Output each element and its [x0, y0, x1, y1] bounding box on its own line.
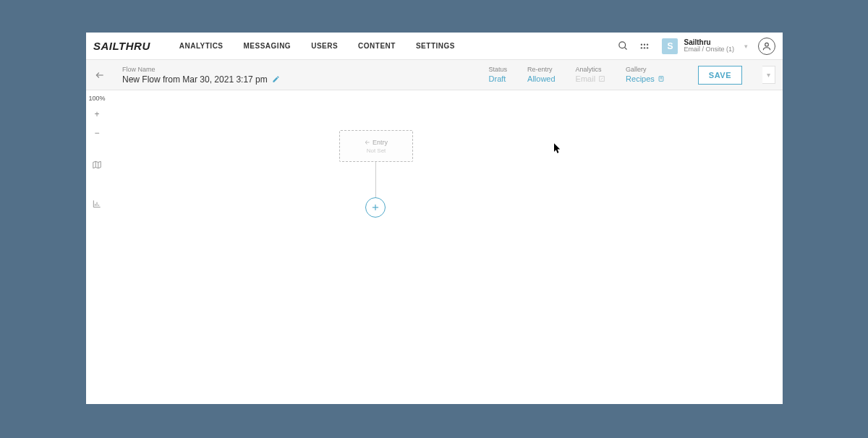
analytics-col[interactable]: Analytics Email [576, 66, 606, 83]
search-icon[interactable] [616, 39, 630, 53]
external-icon [598, 75, 605, 82]
zoom-out-icon[interactable]: − [90, 126, 103, 139]
zoom-level: 100% [88, 95, 105, 102]
account-switcher[interactable]: S Sailthru Email / Onsite (1) ▾ [659, 37, 751, 56]
analytics-value: Email [576, 74, 606, 83]
flow-name-label: Flow Name [122, 66, 280, 73]
entry-node[interactable]: Entry Not Set [339, 130, 413, 162]
status-label: Status [489, 66, 508, 73]
add-step-button[interactable] [365, 197, 386, 218]
status-col[interactable]: Status Draft [489, 66, 508, 83]
canvas-tool-rail: 100% + − [86, 90, 108, 404]
reentry-label: Re-entry [527, 66, 556, 73]
flow-name-block: Flow Name New Flow from Mar 30, 2021 3:1… [122, 66, 280, 85]
flow-name[interactable]: New Flow from Mar 30, 2021 3:17 pm [122, 74, 280, 85]
svg-line-1 [624, 47, 626, 49]
map-icon[interactable] [90, 158, 103, 171]
app-window: SAILTHRU ANALYTICS MESSAGING USERS CONTE… [86, 33, 783, 404]
svg-point-5 [641, 47, 642, 48]
flow-name-text: New Flow from Mar 30, 2021 3:17 pm [122, 74, 268, 85]
gallery-value: Recipes [626, 74, 665, 83]
nav-analytics[interactable]: ANALYTICS [179, 42, 224, 50]
brand-logo[interactable]: SAILTHRU [93, 40, 150, 52]
svg-point-3 [644, 43, 645, 45]
svg-marker-14 [93, 161, 101, 168]
reentry-col[interactable]: Re-entry Allowed [527, 66, 556, 83]
entry-node-sub: Not Set [367, 147, 386, 154]
account-sub: Email / Onsite (1) [684, 46, 734, 53]
entry-icon [365, 139, 370, 145]
connector-line [375, 162, 376, 198]
svg-point-7 [647, 47, 648, 48]
svg-point-4 [647, 43, 648, 45]
edit-icon[interactable] [272, 75, 280, 83]
nav-users[interactable]: USERS [311, 42, 338, 50]
nav-messaging[interactable]: MESSAGING [244, 42, 292, 50]
account-text: Sailthru Email / Onsite (1) [684, 38, 734, 53]
top-right: S Sailthru Email / Onsite (1) ▾ [616, 37, 775, 56]
svg-point-8 [765, 43, 769, 46]
nav-settings[interactable]: SETTINGS [416, 42, 455, 50]
svg-point-2 [641, 43, 642, 45]
status-group: Status Draft Re-entry Allowed Analytics … [489, 66, 775, 85]
zoom-in-icon[interactable]: + [90, 108, 103, 121]
book-icon [658, 75, 665, 82]
flow-subheader: Flow Name New Flow from Mar 30, 2021 3:1… [86, 60, 783, 90]
save-dropdown[interactable]: ▾ [762, 66, 775, 84]
gallery-label: Gallery [626, 66, 665, 73]
apps-icon[interactable] [637, 39, 652, 53]
chevron-down-icon: ▾ [744, 43, 748, 50]
svg-point-0 [619, 42, 626, 48]
analytics-label: Analytics [576, 66, 606, 73]
flow-canvas[interactable]: 100% + − Entry Not Set [86, 90, 783, 404]
nav-content[interactable]: CONTENT [358, 42, 396, 50]
svg-point-6 [644, 47, 645, 48]
save-button[interactable]: SAVE [698, 66, 742, 85]
reentry-value: Allowed [527, 74, 556, 83]
status-value: Draft [489, 74, 508, 83]
main-nav: ANALYTICS MESSAGING USERS CONTENT SETTIN… [179, 42, 455, 50]
account-avatar: S [662, 38, 678, 54]
back-button[interactable] [93, 70, 109, 80]
gallery-col[interactable]: Gallery Recipes [626, 66, 665, 83]
mouse-cursor [554, 143, 562, 154]
chart-icon[interactable] [90, 197, 103, 210]
profile-icon[interactable] [758, 38, 775, 55]
entry-node-title: Entry [365, 139, 388, 146]
top-nav: SAILTHRU ANALYTICS MESSAGING USERS CONTE… [86, 33, 783, 60]
